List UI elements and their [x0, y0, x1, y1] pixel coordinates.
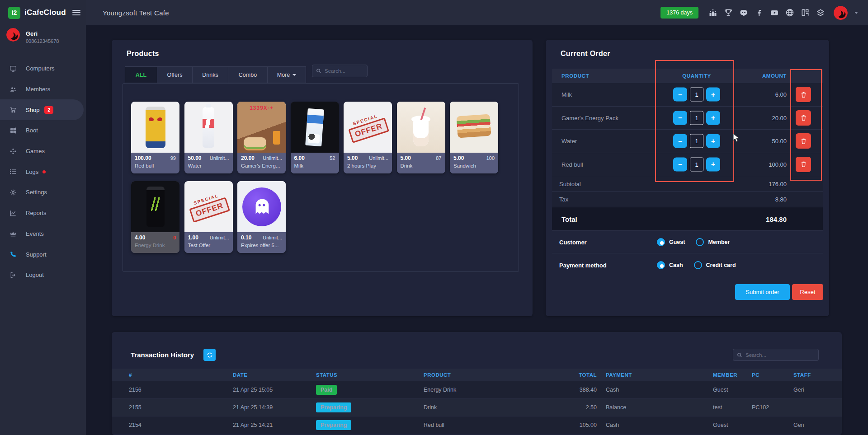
- icafecloud-site-icon[interactable]: [800, 8, 810, 18]
- subtotal-value: 176.00: [769, 180, 787, 187]
- discord-icon[interactable]: [739, 8, 748, 18]
- user-avatar: [6, 28, 20, 42]
- sidebar-item-logout[interactable]: Logout: [0, 265, 86, 285]
- subtotal-row: Subtotal 176.00: [552, 176, 823, 191]
- payment-cash-option[interactable]: Cash: [657, 261, 683, 269]
- product-card-2-hours-play[interactable]: SPECIALOFFER 5.00Unlimit...2 hours Play: [344, 102, 392, 173]
- chevron-down-icon[interactable]: [854, 12, 858, 14]
- product-card-milk[interactable]: 6.0052Milk: [291, 102, 339, 173]
- product-card-expires-offer[interactable]: 0.10Unlimit...Expires offer 5...: [237, 181, 286, 253]
- customer-guest-option[interactable]: Guest: [657, 238, 685, 246]
- ranking-icon[interactable]: [708, 8, 717, 18]
- decrease-qty-button[interactable]: −: [673, 157, 687, 171]
- order-row: Milk −+ 6.00: [552, 83, 823, 106]
- youtube-icon[interactable]: [769, 8, 779, 18]
- products-search: [312, 65, 368, 77]
- payment-credit-card-option[interactable]: Credit card: [694, 261, 736, 269]
- decrease-qty-button[interactable]: −: [673, 111, 687, 125]
- history-search-input[interactable]: [745, 352, 815, 358]
- reset-button[interactable]: Reset: [792, 284, 823, 300]
- tax-value: 8.80: [775, 196, 787, 203]
- plus-icon: +: [711, 160, 715, 168]
- tab-all[interactable]: ALL: [125, 66, 157, 83]
- current-order-title: Current Order: [561, 50, 610, 58]
- sidebar-item-events[interactable]: Events: [0, 224, 86, 244]
- qty-input[interactable]: [690, 88, 703, 102]
- qty-input[interactable]: [690, 111, 703, 125]
- qty-input[interactable]: [690, 157, 703, 171]
- product-card-water[interactable]: 50.00Unlimit...Water: [184, 102, 233, 173]
- delete-item-button[interactable]: [796, 87, 811, 102]
- table-row[interactable]: 2154 21 Apr 25 14:21 Preparing Red bull …: [112, 416, 842, 434]
- sidebar-item-shop[interactable]: Shop 2: [0, 99, 84, 120]
- customer-member-option[interactable]: Member: [696, 238, 730, 246]
- products-tabs: ALL Offers Drinks Combo More: [125, 66, 306, 83]
- delete-item-button[interactable]: [796, 133, 811, 149]
- tax-row: Tax 8.80: [552, 191, 823, 207]
- sidebar-item-games[interactable]: Games: [0, 141, 86, 162]
- decrease-qty-button[interactable]: −: [673, 134, 687, 148]
- product-card-sandwich[interactable]: 5.00100Sandwich: [450, 102, 498, 173]
- menu-toggle-icon[interactable]: [72, 9, 80, 17]
- tab-drinks[interactable]: Drinks: [192, 66, 228, 83]
- table-row[interactable]: 2156 21 Apr 25 15:05 Paid Energy Drink 3…: [112, 381, 842, 398]
- radio-selected-icon: [657, 238, 665, 246]
- phone-icon: [9, 251, 17, 258]
- products-search-input[interactable]: [325, 68, 363, 74]
- increase-qty-button[interactable]: +: [706, 111, 720, 125]
- product-card-drink[interactable]: 5.0087Drink: [397, 102, 445, 173]
- tab-more[interactable]: More: [267, 66, 306, 83]
- qty-input[interactable]: [690, 134, 703, 148]
- sidebar-item-computers[interactable]: Computers: [0, 58, 86, 79]
- globe-icon[interactable]: [785, 8, 794, 18]
- order-table-header: PRODUCT QUANTITY AMOUNT: [552, 69, 823, 83]
- trophy-icon[interactable]: [723, 8, 733, 18]
- product-card-gamers-energy[interactable]: 1339X-+ 20.00Unlimit...Gamer's Energ...: [237, 102, 286, 173]
- sidebar-item-logs[interactable]: Logs: [0, 161, 86, 182]
- status-badge: Preparing: [316, 402, 351, 412]
- user-avatar[interactable]: [834, 6, 848, 20]
- redbull-can-image: [131, 102, 179, 153]
- product-card-energy-drink[interactable]: 4.000Energy Drink: [131, 181, 179, 253]
- sidebar-item-support[interactable]: Support: [0, 244, 86, 265]
- tab-combo[interactable]: Combo: [228, 66, 268, 83]
- decrease-qty-button[interactable]: −: [673, 88, 687, 102]
- product-card-red-bull[interactable]: 100.0099Red bull: [131, 102, 179, 173]
- subscription-days-badge[interactable]: 1376 days: [660, 7, 698, 19]
- plus-icon: +: [711, 90, 715, 98]
- increase-qty-button[interactable]: +: [706, 134, 720, 148]
- increase-qty-button[interactable]: +: [706, 157, 720, 171]
- special-offer-stamp-image: SPECIALOFFER: [344, 102, 392, 153]
- ghost-image: [237, 181, 286, 232]
- delete-item-button[interactable]: [796, 157, 811, 172]
- products-grid: 100.0099Red bull 50.00Unlimit...Water 13…: [123, 83, 519, 272]
- refresh-icon: [207, 352, 213, 358]
- sidebar-item-members[interactable]: Members: [0, 79, 86, 100]
- user-phone: 008612345678: [26, 38, 59, 44]
- sidebar-user[interactable]: Geri 008612345678: [6, 28, 59, 44]
- increase-qty-button[interactable]: +: [706, 88, 720, 102]
- order-row: Red bull −+ 100.00: [552, 153, 823, 176]
- layers-icon[interactable]: [816, 8, 825, 18]
- sidebar-item-reports[interactable]: Reports: [0, 203, 86, 224]
- user-name: Geri: [26, 30, 59, 37]
- special-offer-stamp-image: SPECIALOFFER: [184, 181, 233, 232]
- sidebar-item-settings[interactable]: Settings: [0, 182, 86, 203]
- minus-icon: −: [678, 160, 682, 168]
- transaction-history-title: Transaction History: [131, 351, 194, 359]
- submit-order-button[interactable]: Submit order: [735, 284, 790, 300]
- shop-count-badge: 2: [44, 106, 53, 114]
- sidebar-item-boot[interactable]: Boot: [0, 120, 86, 141]
- gamepad-icon: [9, 147, 17, 155]
- trash-icon: [800, 114, 807, 121]
- tab-offers[interactable]: Offers: [157, 66, 193, 83]
- facebook-icon[interactable]: [754, 8, 764, 18]
- product-card-test-offer[interactable]: SPECIALOFFER 1.00Unlimit...Test Offer: [184, 181, 233, 253]
- order-table: PRODUCT QUANTITY AMOUNT Milk −+ 6.00 Gam…: [552, 69, 823, 276]
- refresh-button[interactable]: [203, 349, 216, 361]
- milkshake-image: [397, 102, 445, 153]
- history-table-header: # DATE STATUS PRODUCT TOTAL PAYMENT MEMB…: [112, 369, 842, 381]
- delete-item-button[interactable]: [796, 110, 811, 126]
- brand-area: i2 iCafeCloud: [0, 0, 86, 25]
- table-row[interactable]: 2155 21 Apr 25 14:39 Preparing Drink 2.5…: [112, 398, 842, 416]
